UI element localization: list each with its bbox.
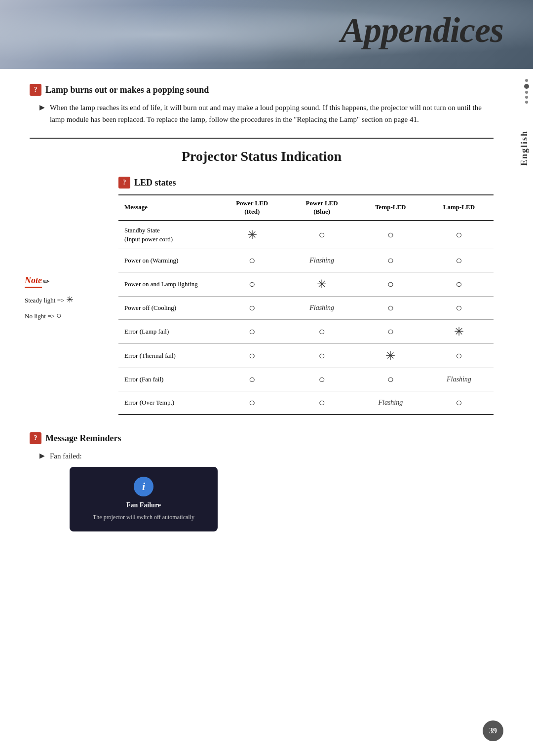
cell-power-blue: Flashing [287, 297, 356, 320]
circle-indicator-icon: ○ [387, 325, 394, 338]
circle-indicator-icon: ○ [249, 396, 255, 409]
cell-power-blue: ○ [287, 221, 356, 249]
table-header-row: Message Power LED(Red) Power LED(Blue) T… [118, 195, 494, 221]
cell-lamp: Flashing [424, 368, 494, 391]
note-label-container: Note ✏ [25, 275, 109, 288]
circle-indicator-icon: ○ [249, 325, 255, 338]
circle-indicator-icon: ○ [249, 349, 255, 362]
col-temp-led: Temp-LED [357, 195, 424, 221]
cell-message: Standby State(Input power cord) [118, 221, 217, 249]
main-content: ? Lamp burns out or makes a popping soun… [0, 69, 533, 566]
language-label: English [515, 69, 533, 227]
circle-indicator-icon: ○ [249, 278, 255, 291]
led-states-heading: ? LED states [118, 177, 494, 189]
note-sun-icon: ✳ [66, 295, 74, 304]
cell-lamp: ○ [424, 344, 494, 368]
cell-power-red: ✳ [217, 221, 287, 249]
bullet-arrow-icon: ▶ [39, 103, 45, 112]
cell-power-blue: ○ [287, 320, 356, 344]
circle-indicator-icon: ○ [387, 228, 394, 241]
fan-failure-title: Fan Failure [126, 501, 161, 509]
projector-status-title: Projector Status Indication [30, 149, 494, 164]
lamp-burns-bullet: ▶ When the lamp reaches its end of life,… [39, 102, 494, 125]
cell-temp: ✳ [357, 344, 424, 368]
cell-power-red: ○ [217, 320, 287, 344]
col-power-blue: Power LED(Blue) [287, 195, 356, 221]
circle-indicator-icon: ○ [318, 349, 325, 362]
cell-power-blue: Flashing [287, 249, 356, 272]
col-power-red: Power LED(Red) [217, 195, 287, 221]
led-states-title: LED states [134, 178, 176, 188]
lamp-burns-title: Lamp burns out or makes a popping sound [45, 85, 209, 95]
section-divider [30, 138, 494, 139]
table-row: Power on and Lamp lighting ○ ✳ ○ ○ [118, 272, 494, 297]
note-box: Note ✏ Steady light => ✳ No light => ○ [25, 275, 109, 324]
circle-indicator-icon: ○ [318, 228, 325, 241]
cell-temp: Flashing [357, 391, 424, 415]
table-row: Error (Fan fail) ○ ○ ○ Flashing [118, 368, 494, 391]
sun-indicator-icon: ✳ [385, 349, 395, 363]
flashing-indicator: Flashing [378, 399, 403, 406]
circle-indicator-icon: ○ [387, 254, 394, 267]
page-number: 39 [483, 720, 503, 741]
cell-lamp: ○ [424, 249, 494, 272]
circle-indicator-icon: ○ [456, 278, 462, 291]
circle-indicator-icon: ○ [318, 396, 325, 409]
table-row: Error (Over Temp.) ○ ○ Flashing ○ [118, 391, 494, 415]
table-row: Power off (Cooling) ○ Flashing ○ ○ [118, 297, 494, 320]
cell-power-red: ○ [217, 249, 287, 272]
led-states-section: Note ✏ Steady light => ✳ No light => ○ ?… [118, 177, 494, 415]
message-reminders-title: Message Reminders [45, 433, 121, 444]
msg-qmark-icon: ? [30, 432, 41, 444]
note-line1: Steady light => ✳ [25, 292, 109, 307]
fan-failed-bullet: ▶ Fan failed: i Fan Failure The projecto… [39, 450, 494, 531]
table-row: Power on (Warming) ○ Flashing ○ ○ [118, 249, 494, 272]
cell-temp: ○ [357, 249, 424, 272]
cell-lamp: ○ [424, 391, 494, 415]
sun-indicator-icon: ✳ [317, 277, 327, 291]
cell-lamp: ○ [424, 297, 494, 320]
circle-indicator-icon: ○ [318, 373, 325, 386]
led-table-container: Message Power LED(Red) Power LED(Blue) T… [118, 194, 494, 415]
cell-temp: ○ [357, 297, 424, 320]
led-table: Message Power LED(Red) Power LED(Blue) T… [118, 194, 494, 415]
fan-failure-description: The projector will switch off automatica… [93, 513, 194, 522]
col-lamp-led: Lamp-LED [424, 195, 494, 221]
circle-indicator-icon: ○ [387, 278, 394, 291]
flashing-indicator: Flashing [309, 257, 334, 264]
cell-power-blue: ○ [287, 344, 356, 368]
language-text: English [519, 130, 530, 166]
note-pencil-icon: ✏ [43, 277, 49, 286]
note-content: Steady light => ✳ No light => ○ [25, 292, 109, 324]
page-header: Appendices [0, 0, 533, 69]
cell-temp: ○ [357, 320, 424, 344]
cell-message: Power on (Warming) [118, 249, 217, 272]
cell-power-red: ○ [217, 368, 287, 391]
circle-indicator-icon: ○ [249, 302, 255, 314]
fan-failure-box: i Fan Failure The projector will switch … [70, 467, 218, 531]
cell-power-red: ○ [217, 391, 287, 415]
fan-failed-label: Fan failed: [50, 452, 82, 460]
cell-power-blue: ○ [287, 391, 356, 415]
cell-lamp: ○ [424, 272, 494, 297]
circle-indicator-icon: ○ [456, 228, 462, 241]
cell-temp: ○ [357, 272, 424, 297]
cell-lamp: ✳ [424, 320, 494, 344]
cell-lamp: ○ [424, 221, 494, 249]
cell-temp: ○ [357, 221, 424, 249]
circle-indicator-icon: ○ [249, 373, 255, 386]
cell-power-red: ○ [217, 272, 287, 297]
col-message: Message [118, 195, 217, 221]
flashing-indicator: Flashing [447, 376, 471, 383]
cell-message: Error (Over Temp.) [118, 391, 217, 415]
note-circle-icon: ○ [56, 310, 62, 320]
circle-indicator-icon: ○ [387, 302, 394, 314]
sun-indicator-icon: ✳ [454, 325, 464, 339]
circle-indicator-icon: ○ [249, 254, 255, 267]
cell-message: Power on and Lamp lighting [118, 272, 217, 297]
circle-indicator-icon: ○ [456, 349, 462, 362]
circle-indicator-icon: ○ [387, 373, 394, 386]
flashing-indicator: Flashing [309, 304, 334, 311]
note-label-text: Note [25, 275, 42, 288]
led-qmark-icon: ? [118, 177, 130, 189]
